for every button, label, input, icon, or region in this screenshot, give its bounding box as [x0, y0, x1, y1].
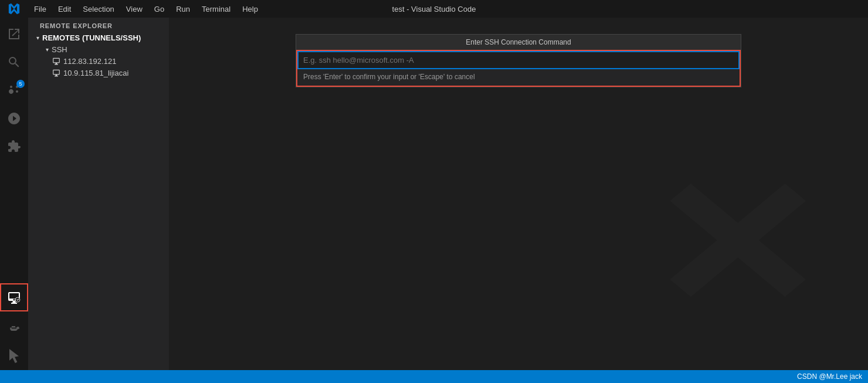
menu-selection[interactable]: Selection — [77, 0, 120, 18]
activity-bar: 5 — [0, 18, 28, 370]
menu-terminal[interactable]: Terminal — [196, 0, 236, 18]
ssh-input-wrapper — [297, 51, 740, 69]
tree-label-host2: 10.9.115.81_lijiacai — [63, 69, 128, 77]
ssh-hint-text: Press 'Enter' to confirm your input or '… — [297, 69, 740, 86]
main-layout: 5 — [0, 18, 868, 370]
menu-run[interactable]: Run — [170, 0, 196, 18]
extensions-activity-icon[interactable] — [0, 133, 28, 161]
tree-label-ssh: SSH — [52, 45, 67, 54]
source-control-activity-icon[interactable]: 5 — [0, 76, 28, 104]
watermark-x-symbol: ✕ — [645, 159, 821, 335]
status-bar-watermark-text: CSDN @Mr.Lee jack — [797, 372, 862, 381]
run-activity-icon[interactable] — [0, 104, 28, 133]
vscode-logo — [0, 3, 28, 15]
watermark: ✕ — [645, 159, 821, 335]
menu-edit[interactable]: Edit — [52, 0, 77, 18]
tree-item-remotes[interactable]: ▾ REMOTES (TUNNELS/SSH) — [28, 32, 169, 43]
tree-item-host1[interactable]: 112.83.192.121 — [28, 55, 169, 67]
tree-item-ssh[interactable]: ▾ SSH — [28, 43, 169, 55]
menu-file[interactable]: File — [28, 0, 52, 18]
svg-point-0 — [15, 297, 20, 302]
tree-label-remotes: REMOTES (TUNNELS/SSH) — [42, 33, 141, 42]
title-bar: File Edit Selection View Go Run Terminal… — [0, 0, 868, 18]
monitor-icon-host1 — [52, 56, 61, 66]
tree-arrow-ssh: ▾ — [42, 45, 52, 54]
editor-area: ✕ Enter SSH Connection Command Press 'En… — [169, 18, 868, 370]
sidebar-title: REMOTE EXPLORER — [28, 18, 169, 32]
explorer-activity-icon[interactable] — [0, 20, 28, 48]
status-bar: CSDN @Mr.Lee jack — [0, 370, 868, 383]
menu-go[interactable]: Go — [148, 0, 170, 18]
window-title: test - Visual Studio Code — [392, 5, 476, 13]
ssh-dialog: Enter SSH Connection Command Press 'Ente… — [296, 34, 741, 87]
search-activity-icon[interactable] — [0, 48, 28, 76]
ssh-dialog-title: Enter SSH Connection Command — [296, 35, 741, 50]
tree-arrow-remotes: ▾ — [33, 33, 42, 42]
ssh-dialog-content: Press 'Enter' to confirm your input or '… — [296, 50, 741, 87]
docker-activity-icon[interactable] — [0, 314, 28, 342]
menu-view[interactable]: View — [120, 0, 148, 18]
cursor-activity-icon[interactable] — [0, 342, 28, 370]
monitor-icon-host2 — [52, 68, 61, 77]
remote-explorer-activity-icon[interactable] — [0, 283, 28, 311]
tree-item-host2[interactable]: 10.9.115.81_lijiacai — [28, 67, 169, 79]
sidebar: REMOTE EXPLORER ▾ REMOTES (TUNNELS/SSH) … — [28, 18, 169, 370]
tree-label-host1: 112.83.192.121 — [63, 57, 116, 66]
ssh-command-input[interactable] — [303, 56, 734, 65]
source-control-badge: 5 — [16, 80, 25, 88]
menu-help[interactable]: Help — [236, 0, 264, 18]
